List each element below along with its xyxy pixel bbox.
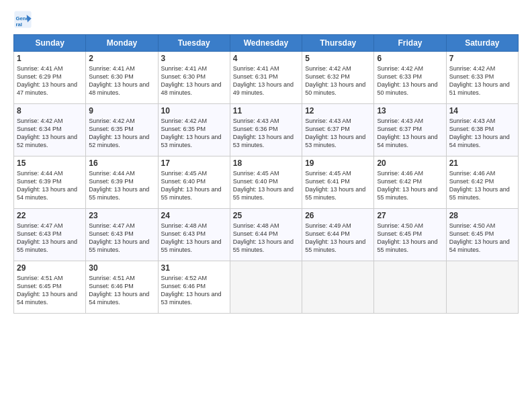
header-tuesday: Tuesday (158, 35, 230, 52)
day-info: Sunrise: 4:51 AM Sunset: 6:45 PM Dayligh… (17, 274, 83, 307)
day-cell: 25 Sunrise: 4:48 AM Sunset: 6:44 PM Dayl… (230, 209, 302, 261)
day-info: Sunrise: 4:41 AM Sunset: 6:30 PM Dayligh… (161, 64, 227, 97)
day-cell: 3 Sunrise: 4:41 AM Sunset: 6:30 PM Dayli… (158, 52, 230, 104)
day-number: 14 (449, 106, 515, 116)
day-info: Sunrise: 4:44 AM Sunset: 6:39 PM Dayligh… (17, 169, 83, 202)
day-cell: 15 Sunrise: 4:44 AM Sunset: 6:39 PM Dayl… (14, 156, 86, 209)
day-cell: 27 Sunrise: 4:50 AM Sunset: 6:45 PM Dayl… (374, 209, 446, 261)
day-cell: 11 Sunrise: 4:43 AM Sunset: 6:36 PM Dayl… (230, 104, 302, 156)
day-number: 20 (377, 158, 443, 168)
day-cell: 12 Sunrise: 4:43 AM Sunset: 6:37 PM Dayl… (302, 104, 374, 156)
day-number: 12 (305, 106, 371, 116)
day-info: Sunrise: 4:48 AM Sunset: 6:44 PM Dayligh… (233, 222, 299, 255)
day-info: Sunrise: 4:48 AM Sunset: 6:43 PM Dayligh… (161, 222, 227, 255)
day-number: 5 (305, 54, 371, 63)
day-number: 8 (17, 106, 83, 116)
day-number: 29 (17, 263, 83, 273)
header: Gene- ral (13, 10, 519, 29)
day-number: 3 (161, 54, 227, 63)
day-cell (374, 261, 446, 314)
svg-text:ral: ral (16, 21, 22, 28)
day-number: 4 (233, 54, 299, 63)
day-info: Sunrise: 4:42 AM Sunset: 6:34 PM Dayligh… (17, 117, 83, 150)
page-container: Gene- ral SundayMondayTuesdayWednesdayTh… (0, 0, 532, 320)
day-number: 19 (305, 158, 371, 168)
day-number: 22 (17, 211, 83, 220)
day-number: 7 (449, 54, 515, 63)
day-cell: 5 Sunrise: 4:42 AM Sunset: 6:32 PM Dayli… (302, 52, 374, 104)
day-cell: 23 Sunrise: 4:47 AM Sunset: 6:43 PM Dayl… (86, 209, 158, 261)
day-info: Sunrise: 4:52 AM Sunset: 6:46 PM Dayligh… (161, 274, 227, 307)
day-info: Sunrise: 4:50 AM Sunset: 6:45 PM Dayligh… (377, 222, 443, 255)
day-number: 30 (89, 263, 154, 273)
day-info: Sunrise: 4:43 AM Sunset: 6:37 PM Dayligh… (377, 117, 443, 150)
day-cell: 13 Sunrise: 4:43 AM Sunset: 6:37 PM Dayl… (374, 104, 446, 156)
day-cell: 24 Sunrise: 4:48 AM Sunset: 6:43 PM Dayl… (158, 209, 230, 261)
day-number: 2 (89, 54, 154, 63)
day-number: 24 (161, 211, 227, 220)
day-cell: 29 Sunrise: 4:51 AM Sunset: 6:45 PM Dayl… (14, 261, 86, 314)
day-info: Sunrise: 4:46 AM Sunset: 6:42 PM Dayligh… (449, 169, 515, 202)
day-info: Sunrise: 4:42 AM Sunset: 6:33 PM Dayligh… (377, 64, 443, 97)
day-number: 6 (377, 54, 443, 63)
day-number: 26 (305, 211, 371, 220)
day-number: 18 (233, 158, 299, 168)
day-info: Sunrise: 4:41 AM Sunset: 6:30 PM Dayligh… (89, 64, 154, 97)
day-info: Sunrise: 4:46 AM Sunset: 6:42 PM Dayligh… (377, 169, 443, 202)
day-info: Sunrise: 4:47 AM Sunset: 6:43 PM Dayligh… (89, 222, 154, 255)
day-number: 17 (161, 158, 227, 168)
day-cell: 2 Sunrise: 4:41 AM Sunset: 6:30 PM Dayli… (86, 52, 158, 104)
week-row-2: 8 Sunrise: 4:42 AM Sunset: 6:34 PM Dayli… (14, 104, 519, 156)
day-info: Sunrise: 4:41 AM Sunset: 6:29 PM Dayligh… (17, 64, 83, 97)
day-cell: 17 Sunrise: 4:45 AM Sunset: 6:40 PM Dayl… (158, 156, 230, 209)
day-cell: 31 Sunrise: 4:52 AM Sunset: 6:46 PM Dayl… (158, 261, 230, 314)
logo: Gene- ral (13, 10, 35, 29)
day-info: Sunrise: 4:42 AM Sunset: 6:32 PM Dayligh… (305, 64, 371, 97)
header-thursday: Thursday (302, 35, 374, 52)
day-cell: 1 Sunrise: 4:41 AM Sunset: 6:29 PM Dayli… (14, 52, 86, 104)
day-info: Sunrise: 4:45 AM Sunset: 6:41 PM Dayligh… (305, 169, 371, 202)
day-info: Sunrise: 4:42 AM Sunset: 6:35 PM Dayligh… (161, 117, 227, 150)
day-cell: 7 Sunrise: 4:42 AM Sunset: 6:33 PM Dayli… (446, 52, 518, 104)
header-row: SundayMondayTuesdayWednesdayThursdayFrid… (14, 35, 519, 52)
day-number: 15 (17, 158, 83, 168)
day-cell (230, 261, 302, 314)
day-cell: 9 Sunrise: 4:42 AM Sunset: 6:35 PM Dayli… (86, 104, 158, 156)
day-number: 16 (89, 158, 154, 168)
day-number: 23 (89, 211, 154, 220)
header-monday: Monday (86, 35, 158, 52)
day-number: 31 (161, 263, 227, 273)
day-info: Sunrise: 4:42 AM Sunset: 6:35 PM Dayligh… (89, 117, 154, 150)
day-cell: 18 Sunrise: 4:45 AM Sunset: 6:40 PM Dayl… (230, 156, 302, 209)
day-info: Sunrise: 4:43 AM Sunset: 6:38 PM Dayligh… (449, 117, 515, 150)
day-cell: 20 Sunrise: 4:46 AM Sunset: 6:42 PM Dayl… (374, 156, 446, 209)
day-cell: 21 Sunrise: 4:46 AM Sunset: 6:42 PM Dayl… (446, 156, 518, 209)
calendar-table: SundayMondayTuesdayWednesdayThursdayFrid… (13, 34, 519, 314)
day-info: Sunrise: 4:43 AM Sunset: 6:37 PM Dayligh… (305, 117, 371, 150)
day-number: 11 (233, 106, 299, 116)
week-row-3: 15 Sunrise: 4:44 AM Sunset: 6:39 PM Dayl… (14, 156, 519, 209)
day-number: 9 (89, 106, 154, 116)
week-row-4: 22 Sunrise: 4:47 AM Sunset: 6:43 PM Dayl… (14, 209, 519, 261)
day-number: 13 (377, 106, 443, 116)
day-info: Sunrise: 4:51 AM Sunset: 6:46 PM Dayligh… (89, 274, 154, 307)
day-cell: 4 Sunrise: 4:41 AM Sunset: 6:31 PM Dayli… (230, 52, 302, 104)
day-cell: 28 Sunrise: 4:50 AM Sunset: 6:45 PM Dayl… (446, 209, 518, 261)
day-info: Sunrise: 4:41 AM Sunset: 6:31 PM Dayligh… (233, 64, 299, 97)
day-number: 27 (377, 211, 443, 220)
day-number: 10 (161, 106, 227, 116)
day-info: Sunrise: 4:43 AM Sunset: 6:36 PM Dayligh… (233, 117, 299, 150)
day-cell: 30 Sunrise: 4:51 AM Sunset: 6:46 PM Dayl… (86, 261, 158, 314)
day-cell: 26 Sunrise: 4:49 AM Sunset: 6:44 PM Dayl… (302, 209, 374, 261)
day-cell (446, 261, 518, 314)
day-info: Sunrise: 4:49 AM Sunset: 6:44 PM Dayligh… (305, 222, 371, 255)
day-info: Sunrise: 4:47 AM Sunset: 6:43 PM Dayligh… (17, 222, 83, 255)
day-info: Sunrise: 4:42 AM Sunset: 6:33 PM Dayligh… (449, 64, 515, 97)
week-row-1: 1 Sunrise: 4:41 AM Sunset: 6:29 PM Dayli… (14, 52, 519, 104)
day-cell: 8 Sunrise: 4:42 AM Sunset: 6:34 PM Dayli… (14, 104, 86, 156)
header-friday: Friday (374, 35, 446, 52)
day-number: 1 (17, 54, 83, 63)
day-cell: 6 Sunrise: 4:42 AM Sunset: 6:33 PM Dayli… (374, 52, 446, 104)
day-number: 25 (233, 211, 299, 220)
day-number: 21 (449, 158, 515, 168)
